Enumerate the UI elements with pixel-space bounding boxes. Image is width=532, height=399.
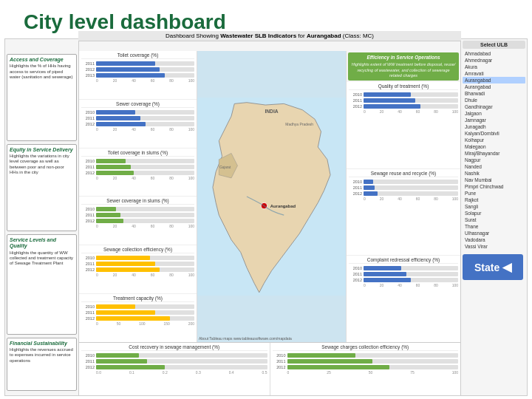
sewer-coverage-chart: Sewer coverage (%) 2010 2011 2 (79, 100, 197, 149)
ulb-item[interactable]: Rajkot (463, 197, 525, 203)
treatment-capacity-title: Treatment capacity (%) (81, 296, 194, 302)
svg-text:Gujarat: Gujarat (219, 166, 231, 169)
dashboard-header: Dashboard Showing Wastewater SLB Indicat… (78, 38, 461, 41)
ulb-item[interactable]: Pune (463, 190, 525, 197)
bar-row-2012: 2012 (81, 67, 194, 72)
sewage-efficiency-title: Sewage collection efficiency (%) (81, 247, 194, 253)
access-title: Access and Coverage (10, 57, 74, 63)
ulb-item[interactable]: Aurangabad (463, 77, 525, 83)
ulb-item[interactable]: Vassi Virar (463, 243, 525, 250)
efficiency-box: Efficiency in Service Operations Highlig… (348, 52, 459, 81)
financial-title: Financial Sustainability (10, 341, 74, 347)
main-container: City level dashboard Dashboard Showing W… (0, 0, 532, 399)
efficiency-title: Efficiency in Service Operations (351, 55, 456, 61)
service-title: Service Levels and Quality (10, 237, 74, 250)
ulb-panel: Select ULB AhmadabadAhmednagarAkuraAmrav… (460, 39, 527, 395)
complaint-redressal-chart: Complaint redressal efficiency (%) 2010 … (347, 256, 460, 342)
quality-treatment-chart: Quality of treatment (%) 2010 2011 (347, 82, 460, 169)
equity-section: Equity in Service Delivery Highlights th… (7, 144, 77, 231)
ulb-item[interactable]: Aurangabad (463, 83, 525, 90)
ulb-item[interactable]: Surat (463, 216, 525, 223)
sewage-efficiency-bars: 2010 2011 2012 (81, 255, 194, 273)
ulb-item[interactable]: Dhule (463, 97, 525, 103)
cost-recovery-title: Cost recovery in sewage management (%) (81, 344, 267, 351)
right-charts-col: Efficiency in Service Operations Highlig… (346, 51, 460, 342)
bar-row-2013: 2013 (81, 73, 194, 78)
ulb-item[interactable]: Ulhasnagar (463, 230, 525, 236)
ulb-item[interactable]: Vadodara (463, 236, 525, 243)
ulb-item[interactable]: Amravati (463, 70, 525, 77)
equity-desc: Highlights the variations in city level … (10, 154, 74, 175)
toilet-slums-chart: Toilet coverage in slums (%) 2010 2011 (79, 149, 197, 197)
efficiency-desc: Highlights extent of WW treatment before… (351, 62, 456, 78)
ulb-item[interactable]: Ahmednagar (463, 57, 525, 64)
ulb-list: AhmadabadAhmednagarAkuraAmravatiAurangab… (463, 50, 525, 250)
access-desc: Highlights the % of HHs having access to… (10, 64, 74, 80)
ulb-item[interactable]: Bharwadi (463, 90, 525, 97)
ulb-item[interactable]: Nashik (463, 170, 525, 177)
ulb-item[interactable]: Gandhinagar (463, 103, 525, 110)
equity-title: Equity in Service Delivery (10, 147, 74, 153)
center-area: Toilet coverage (%) 2011 2012 (79, 39, 460, 395)
ulb-item[interactable]: Ahmadabad (463, 50, 525, 57)
left-charts-col: Toilet coverage (%) 2011 2012 (79, 51, 197, 342)
india-map-svg: INDIA Madhya Pradesh Gujarat Aurangabad (197, 51, 346, 342)
service-desc: Highlights the quantity of WW collected … (10, 250, 74, 267)
toilet-coverage-bars: 2011 2012 2013 (81, 61, 194, 78)
ulb-item[interactable]: Junagadh (463, 123, 525, 130)
treatment-capacity-chart: Treatment capacity (%) 2010 2011 (79, 294, 197, 342)
ulb-header: Select ULB (463, 41, 525, 49)
dashboard-body: Dashboard Showing Wastewater SLB Indicat… (4, 38, 528, 396)
sewage-charges-chart: Sewage charges collection efficiency (%)… (270, 343, 461, 395)
ulb-item[interactable]: Nagpur (463, 157, 525, 163)
treatment-capacity-bars: 2010 2011 2012 (81, 304, 194, 321)
sewage-efficiency-chart: Sewage collection efficiency (%) 2010 20… (79, 245, 197, 294)
toilet-slums-bars: 2010 2011 2012 (81, 158, 194, 176)
ulb-item[interactable]: Solapur (463, 210, 525, 216)
ulb-item[interactable]: Miraj/Bhayandar (463, 150, 525, 157)
sewage-reuse-title: Sewage reuse and recycle (%) (349, 171, 458, 177)
back-arrow-icon: ◀ (502, 260, 511, 274)
map-attribution: About Tableau maps www.tableausoftware.c… (199, 336, 292, 341)
class-text: (Class: MC) (343, 38, 374, 39)
ulb-item[interactable]: Malegaon (463, 143, 525, 150)
toilet-slums-title: Toilet coverage in slums (%) (81, 150, 194, 157)
svg-text:Aurangabad: Aurangabad (270, 204, 296, 208)
bottom-charts-row: Cost recovery in sewage management (%) 2… (79, 342, 460, 395)
ulb-item[interactable]: Thane (463, 223, 525, 230)
ulb-item[interactable]: Pimpri Chinchwad (463, 183, 525, 190)
ulb-item[interactable]: Kolhapur (463, 137, 525, 143)
ulb-item[interactable]: Sangli (463, 203, 525, 210)
state-button[interactable]: State ◀ (463, 254, 523, 280)
state-button-label: State (474, 262, 499, 273)
map-wrapper: INDIA Madhya Pradesh Gujarat Aurangabad … (197, 51, 346, 342)
cost-recovery-chart: Cost recovery in sewage management (%) 2… (79, 343, 270, 395)
state-button-area: State ◀ (463, 250, 525, 280)
bar-row-2011: 2011 (81, 61, 194, 66)
svg-text:Madhya Pradesh: Madhya Pradesh (285, 122, 313, 126)
ulb-item[interactable]: Jalgaon (463, 110, 525, 117)
ulb-item[interactable]: Akura (463, 64, 525, 70)
sewer-slums-bars: 2010 2011 2012 (81, 206, 194, 224)
ulb-item[interactable]: Kalyan/Dombivli (463, 130, 525, 137)
for-text: for (298, 38, 304, 39)
financial-desc: Highlights the revenues accrued to expen… (10, 347, 74, 364)
city-text: Aurangabad (307, 38, 341, 39)
showing-text: Dashboard Showing (166, 38, 219, 39)
sewer-slums-title: Sewer coverage in slums (%) (81, 198, 194, 205)
access-section: Access and Coverage Highlights the % of … (7, 54, 77, 141)
sewage-reuse-chart: Sewage reuse and recycle (%) 2010 2011 (347, 169, 460, 256)
ulb-item[interactable]: Nav Mumbai (463, 177, 525, 183)
charts-map-area: Toilet coverage (%) 2011 2012 (79, 51, 460, 342)
quality-treatment-title: Quality of treatment (%) (349, 83, 458, 90)
financial-section: Financial Sustainability Highlights the … (7, 338, 77, 391)
sewage-charges-title: Sewage charges collection efficiency (%) (273, 344, 459, 351)
service-section: Service Levels and Quality Highlights th… (7, 234, 77, 335)
sewer-coverage-title: Sewer coverage (%) (81, 101, 194, 108)
ulb-item[interactable]: Jamnagar (463, 117, 525, 123)
complaint-redressal-title: Complaint redressal efficiency (%) (349, 257, 458, 264)
left-labels: Access and Coverage Highlights the % of … (5, 39, 79, 395)
ulb-item[interactable]: Nanded (463, 163, 525, 170)
indicators-text: Wastewater SLB Indicators (220, 38, 296, 39)
svg-text:INDIA: INDIA (265, 109, 278, 114)
